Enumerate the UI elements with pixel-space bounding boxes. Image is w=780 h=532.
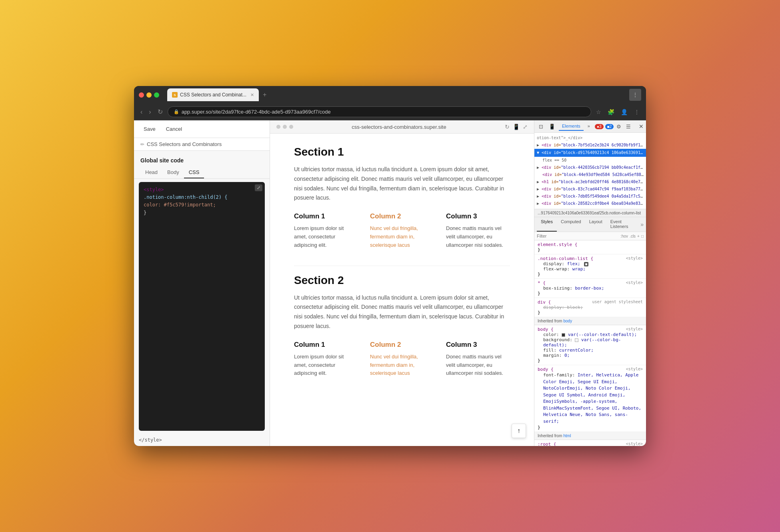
expand-button[interactable]: ⤢ bbox=[255, 184, 262, 191]
minimize-button[interactable] bbox=[146, 92, 152, 98]
inherited-from-body-header: Inherited from body bbox=[534, 317, 646, 325]
extensions-button[interactable]: 🧩 bbox=[606, 107, 616, 117]
code-line-selector: .notion-column:nth-child(2) { bbox=[144, 194, 260, 201]
cancel-button[interactable]: Cancel bbox=[163, 124, 185, 134]
back-button[interactable]: ‹ bbox=[139, 107, 144, 117]
dom-node[interactable]: ▶ <div id="block-7db05f549dee4 0a4a5da1f… bbox=[534, 193, 646, 200]
dom-node[interactable]: ▶ <h1 id="block-ac3ebfdd20ff46 4e88168c4… bbox=[534, 178, 646, 186]
display-val: flex; bbox=[567, 261, 580, 266]
s2-col-1-title: Column 1 bbox=[294, 341, 358, 349]
active-tab[interactable]: S CSS Selectors and Combinat... ✕ bbox=[167, 88, 259, 101]
filter-input[interactable] bbox=[537, 234, 619, 238]
reload-button[interactable]: ↻ bbox=[156, 106, 164, 117]
device-toolbar-button[interactable]: 📱 bbox=[547, 122, 557, 131]
dom-node[interactable]: ▶ <div id="block-83c7cad447c94 f9aaf103b… bbox=[534, 186, 646, 193]
body-link[interactable]: body bbox=[563, 319, 572, 323]
flex-wrap-val: wrap; bbox=[572, 266, 586, 272]
div-source: user agent stylesheet bbox=[592, 300, 643, 304]
dom-node[interactable]: <div id="block-44e93df9ed584 5d28ca45ef8… bbox=[534, 171, 646, 178]
expand-preview-button[interactable]: ⤢ bbox=[523, 124, 528, 130]
css-close-brace: } bbox=[144, 210, 146, 216]
style-tag-open: <style> bbox=[144, 187, 164, 192]
fill-val: currentColor; bbox=[559, 348, 594, 353]
new-tab-button[interactable]: + bbox=[260, 91, 269, 98]
section-1-columns: Column 1 Lorem ipsum dolor sit amet, con… bbox=[294, 212, 510, 249]
body-tab[interactable]: Body bbox=[162, 167, 184, 178]
root-rule: :root { <style> bbox=[534, 440, 646, 446]
tab-favicon: S bbox=[172, 92, 178, 98]
section-1-text: Ut ultricies tortor massa, id luctus nul… bbox=[294, 165, 510, 203]
box-sizing-val: border-box; bbox=[575, 286, 604, 291]
save-button[interactable]: Save bbox=[140, 124, 159, 134]
profile-button[interactable]: 👤 bbox=[619, 107, 629, 117]
devtools-close-button[interactable]: ✕ bbox=[639, 123, 644, 130]
dom-node[interactable]: ▶ <div id="block-28582cc0f0be4 6bea034a9… bbox=[534, 200, 646, 207]
event-listeners-tab[interactable]: Event Listeners bbox=[606, 217, 640, 232]
preview-content: Section 1 Ut ultricies tortor massa, id … bbox=[270, 134, 534, 406]
global-site-code-title: Global site code bbox=[134, 151, 270, 167]
more-options-button[interactable]: ☰ bbox=[624, 122, 633, 131]
mobile-preview-button[interactable]: 📱 bbox=[513, 124, 520, 130]
more-styles-tabs[interactable]: » bbox=[640, 217, 644, 232]
menu-button[interactable]: ⋮ bbox=[632, 107, 641, 117]
section-1-col-3: Column 3 Donec mattis mauris vel velit u… bbox=[446, 212, 510, 249]
flex-wrap-prop: flex-wrap: bbox=[543, 266, 570, 272]
section-1-col-2: Column 2 Nunc vel dui fringilla, ferment… bbox=[370, 212, 434, 249]
inspect-element-button[interactable]: ⊡ bbox=[537, 122, 545, 131]
close-button[interactable] bbox=[139, 92, 144, 98]
preview-dots bbox=[276, 125, 293, 129]
root-source: <style> bbox=[626, 442, 643, 446]
breadcrumb-label: CSS Selectors and Combinators bbox=[147, 141, 222, 147]
code-editor[interactable]: ⤢ <style> .notion-column:nth-child(2) { … bbox=[139, 182, 265, 431]
margin-val: 0; bbox=[564, 353, 570, 358]
styles-tab[interactable]: Styles bbox=[537, 217, 557, 232]
more-tabs-button[interactable]: » bbox=[584, 122, 593, 131]
elements-tab[interactable]: Elements bbox=[559, 122, 584, 131]
color-prop: color: bbox=[543, 332, 559, 337]
body-rule-1: body { <style> color: var(--color-text-d… bbox=[534, 325, 646, 365]
star-rule: * { <style> box-sizing: border-box; } bbox=[534, 279, 646, 298]
styles-panel: Styles Computed Layout Event Listeners »… bbox=[534, 217, 646, 446]
dom-node[interactable]: ▶ <div id="block-4420356cb7194 bb09c4eac… bbox=[534, 164, 646, 171]
col-1-text: Lorem ipsum dolor sit amet, consectetur … bbox=[294, 224, 358, 249]
layout-tab[interactable]: Layout bbox=[585, 217, 606, 232]
body-selector-2: body { bbox=[538, 367, 554, 372]
body-rule-2: body { <style> font-family: Inter, Helve… bbox=[534, 365, 646, 432]
dom-node[interactable]: flex == 50 bbox=[534, 157, 646, 164]
dom-node-selected[interactable]: ▼ <div id="block-d9176409213c4 106a0e633… bbox=[534, 149, 646, 157]
preview-url: css-selectors-and-combinators.super.site bbox=[298, 124, 500, 130]
notion-column-list-source: <style> bbox=[626, 256, 643, 260]
s2-col-1-text: Lorem ipsum dolor sit amet, consectetur … bbox=[294, 353, 358, 378]
add-style-button[interactable]: + bbox=[637, 234, 640, 238]
element-style-close: } bbox=[538, 247, 540, 252]
display-block-prop: display: block; bbox=[543, 305, 583, 310]
editor-breadcrumb: ✏ CSS Selectors and Combinators bbox=[134, 138, 270, 151]
hover-filter-button[interactable]: :hov bbox=[620, 234, 628, 238]
dom-node[interactable]: ▶ <div id="block-7bf5d1e2e3b24 6c9020bfb… bbox=[534, 142, 646, 149]
devtools-panel: ⊡ 📱 Elements » ●3 ■2 ⚙ ☰ ✕ otion-text">_… bbox=[534, 120, 646, 446]
pencil-icon: ✏ bbox=[140, 142, 144, 147]
section-2-col-3: Column 3 Donec mattis mauris vel velit u… bbox=[446, 341, 510, 378]
forward-button[interactable]: › bbox=[147, 107, 152, 117]
cls-filter-button[interactable]: .cls bbox=[630, 234, 636, 238]
css-tab[interactable]: CSS bbox=[184, 167, 204, 178]
tab-close-icon[interactable]: ✕ bbox=[250, 92, 254, 98]
bookmark-button[interactable]: ☆ bbox=[594, 107, 603, 117]
scroll-to-top-button[interactable]: ↑ bbox=[512, 424, 526, 438]
root-selector: :root { bbox=[538, 442, 556, 446]
fullscreen-button[interactable] bbox=[154, 92, 159, 98]
title-bar: S CSS Selectors and Combinat... ✕ + ⋮ bbox=[134, 86, 646, 104]
dom-node[interactable]: otion-text">_</div> bbox=[534, 134, 646, 142]
refresh-preview-button[interactable]: ↻ bbox=[505, 124, 510, 130]
font-family-prop: font-family: bbox=[543, 372, 575, 378]
margin-prop: margin: bbox=[543, 353, 562, 358]
address-input[interactable]: 🔒 app.super.so/site/2da97fce-d672-4bdc-a… bbox=[168, 106, 591, 117]
filter-bar: :hov .cls + □ bbox=[534, 232, 646, 240]
devtools-breadcrumb-text: ...9176409213c4106a0e633691eaf25cb.notio… bbox=[538, 211, 641, 215]
computed-tab[interactable]: Computed bbox=[557, 217, 585, 232]
html-link[interactable]: html bbox=[563, 434, 571, 438]
body-selector-1: body { bbox=[538, 327, 554, 332]
head-tab[interactable]: Head bbox=[140, 167, 162, 178]
toggle-sidebar-button[interactable]: □ bbox=[641, 234, 644, 238]
settings-button[interactable]: ⚙ bbox=[614, 122, 623, 131]
